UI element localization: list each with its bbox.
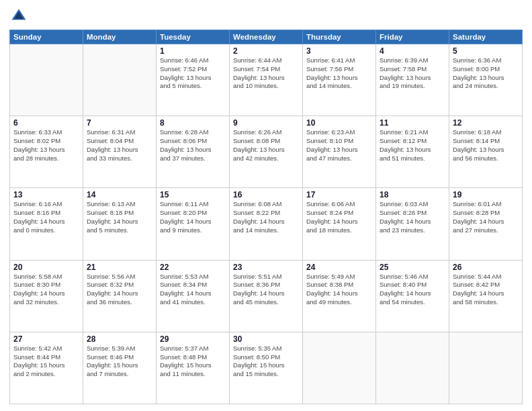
day-number: 16 <box>233 190 299 199</box>
day-info: Sunrise: 6:36 AM Sunset: 8:00 PM Dayligh… <box>453 56 519 91</box>
day-number: 18 <box>380 190 445 199</box>
calendar-cell: 7Sunrise: 6:31 AM Sunset: 8:04 PM Daylig… <box>83 116 157 188</box>
day-info: Sunrise: 6:33 AM Sunset: 8:02 PM Dayligh… <box>13 128 79 163</box>
calendar-cell: 19Sunrise: 6:01 AM Sunset: 8:28 PM Dayli… <box>449 188 523 260</box>
calendar-cell: 16Sunrise: 6:08 AM Sunset: 8:22 PM Dayli… <box>230 188 303 260</box>
day-number: 25 <box>380 263 445 272</box>
calendar-cell: 14Sunrise: 6:13 AM Sunset: 8:18 PM Dayli… <box>83 188 157 260</box>
calendar-weekday-header: Tuesday <box>157 30 230 44</box>
day-number: 9 <box>233 118 299 128</box>
day-info: Sunrise: 6:18 AM Sunset: 8:14 PM Dayligh… <box>453 128 519 163</box>
day-info: Sunrise: 6:28 AM Sunset: 8:06 PM Dayligh… <box>160 128 226 163</box>
calendar-cell: 20Sunrise: 5:58 AM Sunset: 8:30 PM Dayli… <box>10 260 83 332</box>
day-info: Sunrise: 5:39 AM Sunset: 8:46 PM Dayligh… <box>87 345 152 379</box>
calendar-cell: 23Sunrise: 5:51 AM Sunset: 8:36 PM Dayli… <box>230 260 303 332</box>
day-number: 30 <box>233 334 299 344</box>
day-number: 13 <box>13 190 79 199</box>
day-number: 4 <box>380 46 445 56</box>
day-number: 15 <box>160 190 226 199</box>
day-number: 5 <box>453 46 519 56</box>
calendar-cell: 28Sunrise: 5:39 AM Sunset: 8:46 PM Dayli… <box>83 332 157 404</box>
calendar-week-row: 6Sunrise: 6:33 AM Sunset: 8:02 PM Daylig… <box>10 116 523 188</box>
day-info: Sunrise: 6:08 AM Sunset: 8:22 PM Dayligh… <box>233 200 299 234</box>
day-info: Sunrise: 6:31 AM Sunset: 8:04 PM Dayligh… <box>87 128 152 163</box>
calendar-cell: 13Sunrise: 6:16 AM Sunset: 8:16 PM Dayli… <box>10 188 83 260</box>
day-info: Sunrise: 5:49 AM Sunset: 8:38 PM Dayligh… <box>306 273 372 307</box>
day-info: Sunrise: 6:44 AM Sunset: 7:54 PM Dayligh… <box>233 56 299 91</box>
day-number: 21 <box>87 263 152 272</box>
calendar-weekday-header: Thursday <box>303 30 376 44</box>
day-info: Sunrise: 6:11 AM Sunset: 8:20 PM Dayligh… <box>160 200 226 234</box>
day-info: Sunrise: 5:37 AM Sunset: 8:48 PM Dayligh… <box>160 345 226 379</box>
calendar-weekday-header: Friday <box>376 30 449 44</box>
page: SundayMondayTuesdayWednesdayThursdayFrid… <box>0 0 532 411</box>
day-info: Sunrise: 5:56 AM Sunset: 8:32 PM Dayligh… <box>87 273 152 307</box>
header <box>9 7 523 26</box>
day-info: Sunrise: 5:42 AM Sunset: 8:44 PM Dayligh… <box>13 345 79 379</box>
day-number: 11 <box>380 118 445 128</box>
calendar-cell: 27Sunrise: 5:42 AM Sunset: 8:44 PM Dayli… <box>10 332 83 404</box>
calendar-cell: 21Sunrise: 5:56 AM Sunset: 8:32 PM Dayli… <box>83 260 157 332</box>
calendar-week-row: 13Sunrise: 6:16 AM Sunset: 8:16 PM Dayli… <box>10 188 523 260</box>
day-info: Sunrise: 5:44 AM Sunset: 8:42 PM Dayligh… <box>453 273 519 307</box>
day-number: 24 <box>306 263 372 272</box>
day-number: 2 <box>233 46 299 56</box>
day-number: 17 <box>306 190 372 199</box>
calendar-cell: 2Sunrise: 6:44 AM Sunset: 7:54 PM Daylig… <box>230 44 303 116</box>
calendar-cell <box>83 44 157 116</box>
day-info: Sunrise: 5:35 AM Sunset: 8:50 PM Dayligh… <box>233 345 299 379</box>
day-info: Sunrise: 6:39 AM Sunset: 7:58 PM Dayligh… <box>380 56 445 91</box>
day-info: Sunrise: 5:51 AM Sunset: 8:36 PM Dayligh… <box>233 273 299 307</box>
calendar-header-row: SundayMondayTuesdayWednesdayThursdayFrid… <box>10 30 523 44</box>
logo <box>9 7 31 26</box>
calendar-cell: 29Sunrise: 5:37 AM Sunset: 8:48 PM Dayli… <box>157 332 230 404</box>
calendar-cell: 26Sunrise: 5:44 AM Sunset: 8:42 PM Dayli… <box>449 260 523 332</box>
calendar-cell: 25Sunrise: 5:46 AM Sunset: 8:40 PM Dayli… <box>376 260 449 332</box>
calendar-cell <box>10 44 83 116</box>
calendar-cell: 17Sunrise: 6:06 AM Sunset: 8:24 PM Dayli… <box>303 188 376 260</box>
day-info: Sunrise: 6:03 AM Sunset: 8:26 PM Dayligh… <box>380 200 445 234</box>
calendar: SundayMondayTuesdayWednesdayThursdayFrid… <box>9 30 523 404</box>
calendar-cell: 11Sunrise: 6:21 AM Sunset: 8:12 PM Dayli… <box>376 116 449 188</box>
day-number: 12 <box>453 118 519 128</box>
day-info: Sunrise: 5:46 AM Sunset: 8:40 PM Dayligh… <box>380 273 445 307</box>
day-info: Sunrise: 6:21 AM Sunset: 8:12 PM Dayligh… <box>380 128 445 163</box>
day-number: 28 <box>87 334 152 344</box>
calendar-cell: 9Sunrise: 6:26 AM Sunset: 8:08 PM Daylig… <box>230 116 303 188</box>
day-number: 19 <box>453 190 519 199</box>
day-info: Sunrise: 6:13 AM Sunset: 8:18 PM Dayligh… <box>87 200 152 234</box>
calendar-week-row: 1Sunrise: 6:46 AM Sunset: 7:52 PM Daylig… <box>10 44 523 116</box>
calendar-cell: 1Sunrise: 6:46 AM Sunset: 7:52 PM Daylig… <box>157 44 230 116</box>
calendar-weekday-header: Monday <box>83 30 157 44</box>
calendar-weekday-header: Saturday <box>449 30 523 44</box>
calendar-cell: 4Sunrise: 6:39 AM Sunset: 7:58 PM Daylig… <box>376 44 449 116</box>
calendar-cell <box>376 332 449 404</box>
calendar-weekday-header: Sunday <box>10 30 83 44</box>
calendar-cell: 3Sunrise: 6:41 AM Sunset: 7:56 PM Daylig… <box>303 44 376 116</box>
day-number: 6 <box>13 118 79 128</box>
calendar-cell: 24Sunrise: 5:49 AM Sunset: 8:38 PM Dayli… <box>303 260 376 332</box>
calendar-cell <box>303 332 376 404</box>
day-info: Sunrise: 5:58 AM Sunset: 8:30 PM Dayligh… <box>13 273 79 307</box>
day-number: 22 <box>160 263 226 272</box>
logo-icon <box>9 7 28 26</box>
calendar-cell: 30Sunrise: 5:35 AM Sunset: 8:50 PM Dayli… <box>230 332 303 404</box>
calendar-cell: 22Sunrise: 5:53 AM Sunset: 8:34 PM Dayli… <box>157 260 230 332</box>
calendar-week-row: 20Sunrise: 5:58 AM Sunset: 8:30 PM Dayli… <box>10 260 523 332</box>
calendar-cell: 5Sunrise: 6:36 AM Sunset: 8:00 PM Daylig… <box>449 44 523 116</box>
day-number: 27 <box>13 334 79 344</box>
day-number: 23 <box>233 263 299 272</box>
calendar-weekday-header: Wednesday <box>230 30 303 44</box>
calendar-cell: 8Sunrise: 6:28 AM Sunset: 8:06 PM Daylig… <box>157 116 230 188</box>
day-info: Sunrise: 6:41 AM Sunset: 7:56 PM Dayligh… <box>306 56 372 91</box>
day-info: Sunrise: 6:16 AM Sunset: 8:16 PM Dayligh… <box>13 200 79 234</box>
day-number: 7 <box>87 118 152 128</box>
day-info: Sunrise: 6:23 AM Sunset: 8:10 PM Dayligh… <box>306 128 372 163</box>
day-number: 20 <box>13 263 79 272</box>
day-info: Sunrise: 6:26 AM Sunset: 8:08 PM Dayligh… <box>233 128 299 163</box>
calendar-cell: 15Sunrise: 6:11 AM Sunset: 8:20 PM Dayli… <box>157 188 230 260</box>
day-number: 10 <box>306 118 372 128</box>
day-number: 14 <box>87 190 152 199</box>
calendar-cell: 12Sunrise: 6:18 AM Sunset: 8:14 PM Dayli… <box>449 116 523 188</box>
day-info: Sunrise: 6:06 AM Sunset: 8:24 PM Dayligh… <box>306 200 372 234</box>
